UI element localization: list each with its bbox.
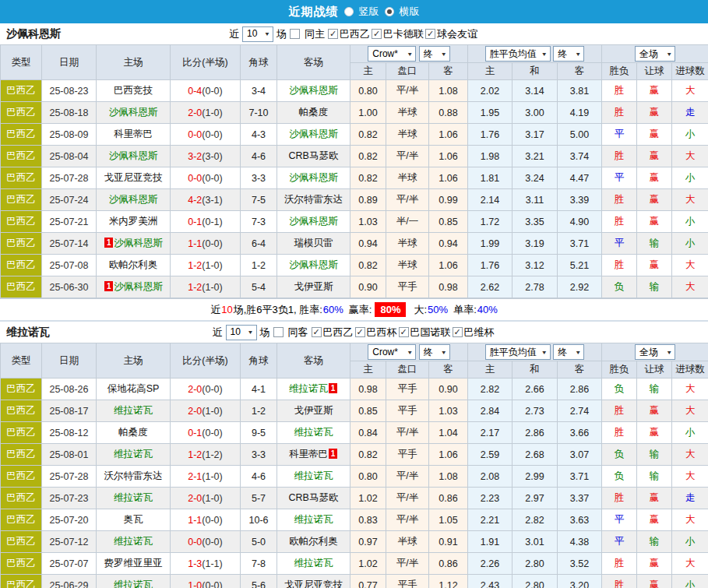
match-row: 巴西乙25-07-08欧帕尔利奥1-2(1-0)1-2沙佩科恩斯0.82半球1.… [1,255,708,276]
avg-odds-select[interactable]: 胜平负均值▼ [485,344,551,360]
big-rate-value: 50% [428,304,448,315]
horizontal-layout-radio[interactable] [385,7,394,16]
halftime-score: (0-0) [202,537,222,548]
match-row: 巴西乙25-07-24沙佩科恩斯4-2(3-1)7-5沃尔特雷东达0.89平/半… [1,189,708,211]
avg-win-cell: 1.98 [468,146,513,167]
team-link: 维拉诺瓦 [294,470,333,481]
league-checkbox-label: 巴西杯 [367,326,397,340]
corner-cell: 6-4 [241,233,277,255]
vertical-layout-label[interactable]: 竖版 [359,5,379,19]
odds-home-cell: 1.00 [350,102,386,124]
avg-odds-select[interactable]: 胜平负均值▼ [485,46,551,62]
odds-home-cell: 0.82 [350,444,386,466]
date-cell: 25-07-20 [42,509,97,531]
rank-badge: 1 [104,238,113,248]
avg-draw-cell: 3.17 [513,124,558,146]
corner-cell: 5-6 [241,575,277,588]
avg-odds-value: 胜平负均值 [490,347,537,358]
odds-home-cell: 0.82 [350,255,386,276]
home-team-cell: 费罗维亚里亚 [97,553,171,575]
odds-away-cell: 1.06 [429,255,468,276]
vertical-layout-radio[interactable] [344,7,354,16]
match-row: 巴西乙25-07-21米内罗美洲0-1(0-1)7-3沙佩科恩斯1.03半/一0… [1,211,708,233]
halftime-score: (1-0) [202,493,222,504]
handicap-result-cell: 赢 [637,80,672,102]
sub-header-result: 胜负 [602,63,637,80]
scope-value: 全场 [639,48,658,60]
team-link: 帕桑度 [118,427,148,438]
league-cell: 巴西乙 [1,509,42,531]
avg-draw-cell: 2.80 [513,575,558,588]
odds-away-cell: 0.86 [429,553,468,575]
score-cell: 0-1(0-0) [171,422,241,444]
odds-away-cell: 1.08 [429,80,468,102]
result-cell: 胜 [602,553,637,575]
scope-select[interactable]: 全场▼ [635,344,675,360]
league-checkbox[interactable]: ✓ [453,327,463,337]
league-checkbox[interactable]: ✓ [328,29,338,39]
scope-select[interactable]: 全场▼ [635,46,675,62]
team-link: 沙佩科恩斯 [289,129,338,139]
sub-header-avg-draw: 和 [513,63,558,80]
sub-header-home-odds: 主 [350,361,386,379]
away-team-cell: 沙佩科恩斯 [277,255,350,276]
final-odds-select[interactable]: 终▼ [419,344,450,360]
match-count-select[interactable]: 10 ▼ [242,26,273,42]
odds-away-cell: 0.98 [429,276,468,298]
date-cell: 25-07-24 [42,189,97,211]
avg-draw-cell: 3.19 [513,233,558,255]
corner-cell: 7-3 [241,211,277,233]
col-header-date: 日期 [42,45,97,80]
halftime-score: (0-1) [202,217,222,227]
team-section-header: 维拉诺瓦 近 10 ▼ 场 同客 ✓巴西乙✓巴西杯✓巴国诺联✓巴维杯 [0,320,708,343]
summary-text: 大: [414,303,427,317]
avg-draw-cell: 3.35 [513,211,558,233]
chevron-down-icon: ▼ [441,347,447,357]
halftime-score: (3-0) [202,151,222,162]
match-count-value: 10 [247,28,257,40]
match-count-select[interactable]: 10 ▼ [226,325,257,340]
title-bar: 近期战绩 竖版 横版 [0,0,708,23]
bookmaker-select[interactable]: Crow*▼ [368,344,416,360]
avg-lose-cell: 3.07 [558,444,602,466]
date-cell: 25-07-12 [42,531,97,553]
handicap-cell: 平手 [386,575,429,588]
result-cell: 负 [602,466,637,488]
team-link: 沙佩科恩斯 [289,259,338,270]
avg-win-cell: 2.21 [468,509,513,531]
odds-away-cell: 1.06 [429,167,468,189]
match-row: 巴西乙25-07-141沙佩科恩斯1-1(0-0)6-4瑞模贝雷0.94半球0.… [1,233,708,255]
rank-badge: 1 [329,383,337,393]
away-team-cell: 沃尔特雷东达 [277,189,350,211]
avg-lose-cell: 5.00 [558,124,602,146]
final-odds-select[interactable]: 终▼ [419,46,450,62]
horizontal-layout-label[interactable]: 横版 [400,5,420,19]
team-link: 维拉诺瓦 [294,427,333,438]
away-team-cell: 戈亚尼亚竞技 [277,575,350,588]
team-link: 欧帕尔利奥 [109,259,158,270]
same-venue-checkbox[interactable] [290,29,300,39]
final-avg-select[interactable]: 终▼ [553,344,584,360]
odds-home-cell: 0.80 [350,466,386,488]
league-checkbox[interactable]: ✓ [425,29,435,39]
bookmaker-select[interactable]: Crow*▼ [368,46,416,62]
team-link: CRB马瑟欧 [289,150,339,161]
fulltime-score: 0-0 [188,129,202,140]
result-cell: 平 [602,509,637,531]
avg-win-cell: 1.91 [468,531,513,553]
team-link: 奥瓦 [124,514,143,525]
fulltime-score: 0-0 [188,173,202,184]
league-cell: 巴西乙 [1,466,42,488]
handicap-cell: 平/半 [386,146,429,167]
filter-controls: 近 10 ▼ 场 同客 ✓巴西乙✓巴西杯✓巴国诺联✓巴维杯 [213,325,496,340]
league-checkbox[interactable]: ✓ [372,29,382,39]
final-avg-select[interactable]: 终▼ [553,46,584,62]
home-team-cell: 保地花高SP [97,379,171,400]
league-checkbox[interactable]: ✓ [312,327,322,337]
league-checkbox[interactable]: ✓ [355,327,365,337]
same-venue-checkbox[interactable] [273,327,284,337]
summary-text: 近 [210,303,220,317]
league-cell: 巴西乙 [1,189,42,211]
goals-result-cell: 走 [672,102,708,124]
league-checkbox[interactable]: ✓ [399,327,409,337]
